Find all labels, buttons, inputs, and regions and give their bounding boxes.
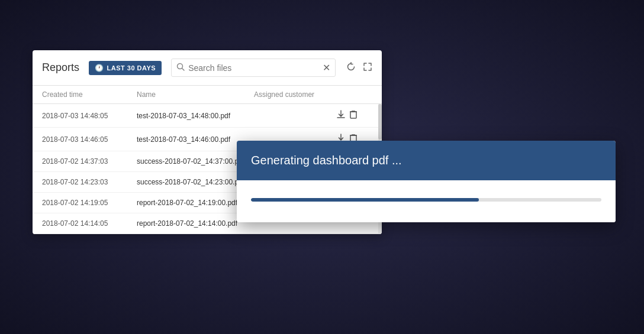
search-icon — [176, 63, 185, 73]
scrollbar-thumb[interactable] — [378, 104, 382, 140]
last-30-days-button[interactable]: 🕐 LAST 30 DAYS — [89, 61, 162, 75]
download-button[interactable] — [337, 110, 345, 121]
progress-bar-container — [251, 198, 601, 202]
clock-icon: 🕐 — [95, 64, 104, 72]
clear-search-button[interactable]: ✕ — [323, 62, 330, 73]
progress-bar-fill — [251, 198, 479, 202]
pdf-dialog-body — [237, 180, 616, 222]
cell-time: 2018-07-03 14:46:05 — [42, 135, 137, 144]
table-row: 2018-07-03 14:48:05 test-2018-07-03_14:4… — [33, 104, 382, 128]
refresh-button[interactable] — [346, 62, 356, 74]
cell-time: 2018-07-02 14:19:05 — [42, 199, 137, 207]
cell-name: test-2018-07-03_14:48:00.pdf — [137, 112, 254, 120]
svg-rect-2 — [350, 112, 356, 118]
pdf-dialog-title: Generating dashboard pdf ... — [251, 154, 402, 167]
delete-button[interactable] — [350, 110, 357, 121]
cell-actions — [337, 110, 372, 121]
reports-title: Reports — [42, 61, 79, 74]
reports-header: Reports 🕐 LAST 30 DAYS ✕ — [33, 50, 382, 86]
col-actions — [337, 90, 372, 99]
pdf-dialog: Generating dashboard pdf ... — [237, 141, 616, 222]
col-assigned-customer: Assigned customer — [254, 90, 337, 99]
last-30-days-label: LAST 30 DAYS — [107, 64, 156, 72]
col-name: Name — [137, 90, 254, 99]
pdf-dialog-header: Generating dashboard pdf ... — [237, 141, 616, 180]
cell-time: 2018-07-02 14:14:05 — [42, 219, 137, 228]
col-created-time: Created time — [42, 90, 137, 99]
cell-time: 2018-07-02 14:23:03 — [42, 178, 137, 186]
search-container: ✕ — [171, 59, 336, 77]
svg-line-1 — [182, 69, 185, 71]
search-input[interactable] — [188, 63, 320, 73]
expand-button[interactable] — [363, 62, 372, 74]
table-header-row: Created time Name Assigned customer — [33, 86, 382, 104]
cell-time: 2018-07-02 14:37:03 — [42, 157, 137, 166]
cell-time: 2018-07-03 14:48:05 — [42, 112, 137, 120]
